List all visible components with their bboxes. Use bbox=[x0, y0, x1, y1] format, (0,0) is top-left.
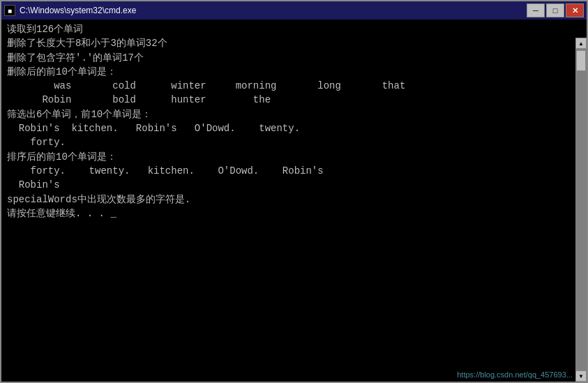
console-line: Robin bold hunter the bbox=[7, 93, 573, 107]
console-line: forty. bbox=[7, 135, 573, 149]
window-title: C:\Windows\system32\cmd.exe bbox=[20, 6, 136, 15]
title-bar: ■ C:\Windows\system32\cmd.exe ─ □ ✕ bbox=[1, 1, 587, 20]
console-line: Robin's kitchen. Robin's O'Dowd. twenty. bbox=[7, 121, 573, 135]
window-controls: ─ □ ✕ bbox=[527, 3, 584, 17]
console-line: specialWords中出现次数最多的字符是. bbox=[7, 193, 573, 206]
console-line: 请按任意键继续. . . _ bbox=[7, 206, 573, 220]
console-line: 删除后的前10个单词是： bbox=[7, 65, 573, 79]
title-bar-left: ■ C:\Windows\system32\cmd.exe bbox=[4, 5, 136, 16]
cmd-window: ■ C:\Windows\system32\cmd.exe ─ □ ✕ 读取到1… bbox=[0, 0, 588, 383]
watermark: https://blog.csdn.net/qq_457693... bbox=[457, 370, 573, 379]
console-line: 删除了长度大于8和小于3的单词32个 bbox=[7, 36, 573, 50]
close-button[interactable]: ✕ bbox=[566, 3, 584, 17]
minimize-button[interactable]: ─ bbox=[527, 3, 545, 17]
console-line: 读取到126个单词 bbox=[7, 22, 573, 36]
console-line: forty. twenty. kitchen. O'Dowd. Robin's bbox=[7, 164, 573, 178]
scrollbar[interactable]: ▲ ▼ bbox=[575, 38, 587, 382]
scroll-up-button[interactable]: ▲ bbox=[575, 38, 587, 49]
scrollbar-track[interactable] bbox=[575, 49, 587, 370]
console-line: was cold winter morning long that bbox=[7, 79, 573, 93]
scroll-down-button[interactable]: ▼ bbox=[575, 370, 587, 382]
console-output: 读取到126个单词删除了长度大于8和小于3的单词32个删除了包含字符'.'的单词… bbox=[1, 20, 587, 382]
console-line: 筛选出6个单词，前10个单词是： bbox=[7, 107, 573, 121]
scrollbar-thumb[interactable] bbox=[576, 50, 586, 71]
maximize-button[interactable]: □ bbox=[546, 3, 564, 17]
window-icon: ■ bbox=[4, 5, 15, 16]
console-line: 删除了包含字符'.'的单词17个 bbox=[7, 51, 573, 65]
console-line: Robin's bbox=[7, 178, 573, 192]
console-line: 排序后的前10个单词是： bbox=[7, 150, 573, 164]
